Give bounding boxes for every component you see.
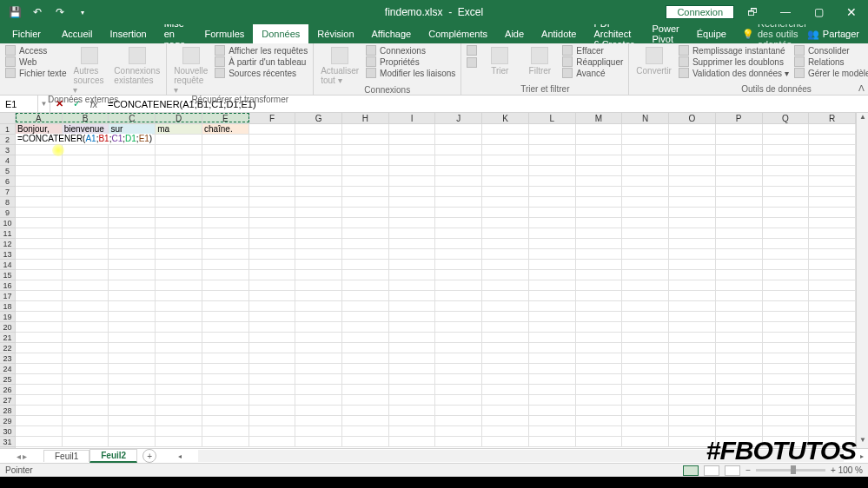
cell-A21[interactable]	[16, 333, 63, 342]
cell-H25[interactable]	[342, 374, 389, 384]
show-queries-button[interactable]: Afficher les requêtes	[215, 45, 308, 56]
tell-me-search[interactable]: 💡 Rechercher des outils adaptés	[742, 24, 807, 43]
cell-A29[interactable]	[16, 416, 63, 425]
cell-P24[interactable]	[716, 364, 763, 373]
cell-G9[interactable]	[295, 208, 342, 217]
cell-D29[interactable]	[156, 416, 202, 425]
cell-P22[interactable]	[716, 343, 763, 353]
cell-P13[interactable]	[716, 249, 763, 259]
cell-P21[interactable]	[716, 333, 763, 342]
cell-C11[interactable]	[109, 228, 156, 238]
cell-Q6[interactable]	[763, 176, 810, 186]
cell-L3[interactable]	[529, 145, 576, 155]
cell-Q26[interactable]	[763, 385, 810, 394]
new-query-button[interactable]: Nouvelle requête ▾	[172, 45, 209, 95]
text-to-columns-button[interactable]: Convertir	[634, 45, 673, 76]
cell-B23[interactable]	[63, 353, 109, 363]
cell-Q18[interactable]	[763, 301, 810, 311]
cell-H10[interactable]	[342, 218, 389, 228]
relations-button[interactable]: Relations	[794, 56, 868, 67]
cell-D8[interactable]	[156, 197, 202, 207]
cell-G31[interactable]	[295, 437, 342, 446]
cell-B19[interactable]	[63, 312, 109, 321]
cell-Q8[interactable]	[763, 197, 810, 207]
cell-D13[interactable]	[156, 249, 202, 259]
column-header-B[interactable]: B	[63, 113, 109, 123]
cell-R7[interactable]	[809, 187, 856, 196]
cell-G26[interactable]	[295, 385, 342, 394]
minimize-button[interactable]: —	[771, 0, 800, 24]
cell-D20[interactable]	[156, 322, 202, 332]
spreadsheet-grid[interactable]: 1234567891011121314151617181920212223242…	[0, 113, 868, 448]
cell-L20[interactable]	[529, 322, 576, 332]
cell-R1[interactable]	[809, 124, 856, 134]
cell-J18[interactable]	[435, 301, 482, 311]
cell-C3[interactable]	[109, 145, 156, 155]
cell-I6[interactable]	[389, 176, 436, 186]
cell-N23[interactable]	[622, 353, 669, 363]
cell-B29[interactable]	[63, 416, 109, 425]
cell-P28[interactable]	[716, 406, 763, 415]
cell-C8[interactable]	[109, 197, 156, 207]
cell-K31[interactable]	[482, 437, 529, 446]
cell-N9[interactable]	[622, 208, 669, 217]
cell-N26[interactable]	[622, 385, 669, 394]
cell-J2[interactable]	[435, 135, 482, 144]
cell-G6[interactable]	[295, 176, 342, 186]
cell-J17[interactable]	[435, 291, 482, 300]
cell-P18[interactable]	[716, 301, 763, 311]
cell-K22[interactable]	[482, 343, 529, 353]
cell-F18[interactable]	[249, 301, 296, 311]
cell-R21[interactable]	[809, 333, 856, 342]
cell-Q29[interactable]	[763, 416, 810, 425]
cell-D1[interactable]: ma	[156, 124, 202, 134]
cell-I29[interactable]	[389, 416, 436, 425]
cell-N10[interactable]	[622, 218, 669, 228]
cell-D26[interactable]	[156, 385, 202, 394]
collapse-ribbon-icon[interactable]: ᐱ	[858, 83, 865, 93]
cell-K12[interactable]	[482, 239, 529, 248]
cell-E19[interactable]	[202, 312, 249, 321]
cell-O22[interactable]	[669, 343, 716, 353]
row-header-5[interactable]: 5	[0, 166, 15, 176]
cell-K3[interactable]	[482, 145, 529, 155]
cell-H28[interactable]	[342, 406, 389, 415]
cell-I27[interactable]	[389, 395, 436, 405]
cell-I4[interactable]	[389, 155, 436, 165]
cell-P4[interactable]	[716, 155, 763, 165]
cell-N15[interactable]	[622, 270, 669, 280]
cell-B13[interactable]	[63, 249, 109, 259]
row-header-28[interactable]: 28	[0, 406, 15, 416]
cell-I16[interactable]	[389, 280, 436, 290]
cell-E20[interactable]	[202, 322, 249, 332]
cell-O28[interactable]	[669, 406, 716, 415]
cell-E2[interactable]	[202, 135, 249, 144]
cell-B21[interactable]	[63, 333, 109, 342]
cell-L19[interactable]	[529, 312, 576, 321]
from-web-button[interactable]: Web	[5, 56, 66, 67]
cell-P9[interactable]	[716, 208, 763, 217]
cell-D30[interactable]	[156, 426, 202, 436]
cell-G3[interactable]	[295, 145, 342, 155]
cell-N13[interactable]	[622, 249, 669, 259]
cell-N7[interactable]	[622, 187, 669, 196]
cell-N12[interactable]	[622, 239, 669, 248]
cell-N29[interactable]	[622, 416, 669, 425]
tab-insert[interactable]: Insertion	[101, 24, 155, 43]
cell-I28[interactable]	[389, 406, 436, 415]
cell-E3[interactable]	[202, 145, 249, 155]
cell-O20[interactable]	[669, 322, 716, 332]
cell-C7[interactable]	[109, 187, 156, 196]
cell-P12[interactable]	[716, 239, 763, 248]
cell-E12[interactable]	[202, 239, 249, 248]
page-break-view-button[interactable]	[725, 465, 740, 476]
cell-H5[interactable]	[342, 166, 389, 175]
cell-H22[interactable]	[342, 343, 389, 353]
cell-B31[interactable]	[63, 437, 109, 446]
row-header-6[interactable]: 6	[0, 176, 15, 187]
cell-A23[interactable]	[16, 353, 63, 363]
cell-J12[interactable]	[435, 239, 482, 248]
row-header-11[interactable]: 11	[0, 228, 15, 239]
cell-H29[interactable]	[342, 416, 389, 425]
cell-D11[interactable]	[156, 228, 202, 238]
